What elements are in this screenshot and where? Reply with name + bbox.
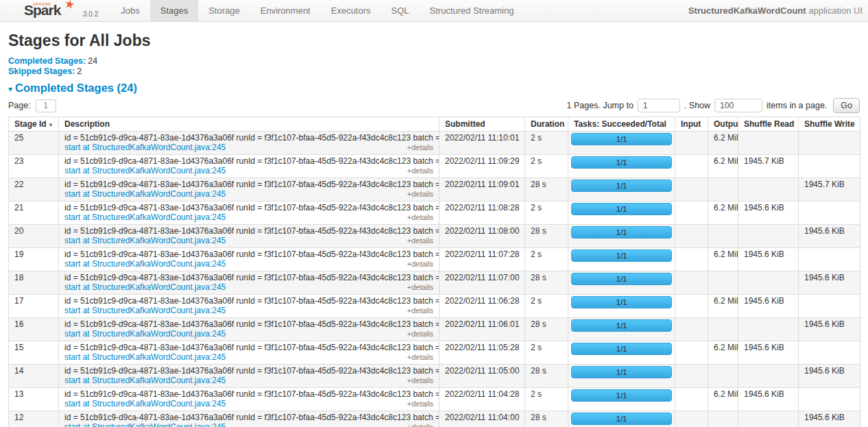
- stage-id-cell: 13: [9, 388, 59, 411]
- stage-detail-link[interactable]: start at StructuredKafkaWordCount.java:2…: [64, 399, 226, 408]
- details-toggle[interactable]: +details: [407, 422, 433, 427]
- completed-stages-link[interactable]: Completed Stages:: [8, 56, 86, 66]
- details-toggle[interactable]: +details: [407, 166, 433, 176]
- tasks-cell: 1/1: [568, 271, 675, 295]
- stage-description: id = 51cb91c9-d9ca-4871-83ae-1d4376a3a06…: [64, 133, 433, 143]
- task-progress-bar: 1/1: [571, 226, 672, 239]
- task-progress-bar: 1/1: [571, 203, 672, 215]
- stage-description: id = 51cb91c9-d9ca-4871-83ae-1d4376a3a06…: [64, 319, 433, 329]
- details-toggle[interactable]: +details: [407, 259, 433, 269]
- table-row: 16id = 51cb91c9-d9ca-4871-83ae-1d4376a3a…: [9, 318, 860, 341]
- completed-stages-section-header[interactable]: ▾Completed Stages (24): [8, 82, 860, 95]
- tasks-cell: 1/1: [568, 178, 675, 202]
- stage-detail-link[interactable]: start at StructuredKafkaWordCount.java:2…: [64, 143, 226, 152]
- description-cell: id = 51cb91c9-d9ca-4871-83ae-1d4376a3a06…: [59, 318, 439, 341]
- output-cell: 6.2 MiB: [708, 341, 738, 365]
- details-toggle[interactable]: +details: [407, 189, 433, 199]
- column-header-shuffle-write[interactable]: Shuffle Write: [799, 117, 860, 132]
- go-button[interactable]: Go: [833, 98, 860, 113]
- details-toggle[interactable]: +details: [407, 236, 433, 246]
- stages-table-body: 25id = 51cb91c9-d9ca-4871-83ae-1d4376a3a…: [9, 132, 860, 427]
- shuffle-write-cell: 1945.7 KiB: [799, 178, 860, 202]
- stage-detail-link[interactable]: start at StructuredKafkaWordCount.java:2…: [64, 376, 226, 385]
- nav-tab-sql[interactable]: SQL: [381, 0, 420, 21]
- column-header-stage-id[interactable]: Stage Id▾: [9, 117, 59, 132]
- nav-tab-stages[interactable]: Stages: [150, 0, 198, 21]
- sort-arrow-icon: ▾: [49, 121, 53, 128]
- details-toggle[interactable]: +details: [407, 399, 433, 409]
- skipped-stages-link[interactable]: Skipped Stages:: [8, 66, 75, 76]
- column-header-shuffle-read[interactable]: Shuffle Read: [738, 117, 799, 132]
- shuffle-write-cell: [799, 155, 860, 178]
- stage-detail-link[interactable]: start at StructuredKafkaWordCount.java:2…: [64, 189, 226, 199]
- tasks-cell: 1/1: [568, 295, 675, 318]
- task-progress-bar: 1/1: [571, 319, 672, 332]
- spark-logo[interactable]: APACHE Spark ★: [24, 0, 73, 21]
- details-toggle[interactable]: +details: [407, 282, 433, 293]
- items-per-page-input[interactable]: [714, 99, 762, 112]
- page-number-input[interactable]: [36, 99, 56, 112]
- stage-detail-link[interactable]: start at StructuredKafkaWordCount.java:2…: [64, 236, 226, 245]
- output-cell: [708, 318, 738, 341]
- table-row: 19id = 51cb91c9-d9ca-4871-83ae-1d4376a3a…: [9, 248, 860, 271]
- nav-tab-storage[interactable]: Storage: [198, 0, 250, 21]
- details-toggle[interactable]: +details: [407, 376, 433, 386]
- stage-detail-link[interactable]: start at StructuredKafkaWordCount.java:2…: [64, 166, 226, 175]
- column-header-input[interactable]: Input: [675, 117, 708, 132]
- stages-summary: Completed Stages:24 Skipped Stages:2: [8, 56, 860, 77]
- nav-tab-environment[interactable]: Environment: [250, 0, 321, 21]
- column-header-duration[interactable]: Duration: [525, 117, 568, 132]
- column-header-tasks-succeeded-total[interactable]: Tasks: Succeeded/Total: [568, 117, 675, 132]
- tasks-cell: 1/1: [568, 388, 675, 411]
- duration-cell: 28 s: [525, 178, 568, 202]
- show-text: . Show: [684, 101, 710, 110]
- duration-cell: 2 s: [525, 295, 568, 318]
- stage-detail-link[interactable]: start at StructuredKafkaWordCount.java:2…: [64, 306, 226, 315]
- duration-cell: 28 s: [525, 225, 568, 248]
- output-cell: 6.2 MiB: [708, 248, 738, 271]
- shuffle-read-cell: 1945.6 KiB: [738, 295, 799, 318]
- nav-tab-structured-streaming[interactable]: Structured Streaming: [420, 0, 525, 21]
- description-cell: id = 51cb91c9-d9ca-4871-83ae-1d4376a3a06…: [59, 155, 439, 178]
- submitted-cell: 2022/02/11 11:09:01: [439, 178, 525, 202]
- stage-detail-link[interactable]: start at StructuredKafkaWordCount.java:2…: [64, 422, 226, 427]
- stage-description: id = 51cb91c9-d9ca-4871-83ae-1d4376a3a06…: [64, 156, 433, 166]
- shuffle-read-cell: [738, 132, 799, 155]
- tasks-cell: 1/1: [568, 411, 675, 427]
- stage-detail-link[interactable]: start at StructuredKafkaWordCount.java:2…: [64, 212, 226, 222]
- table-row: 13id = 51cb91c9-d9ca-4871-83ae-1d4376a3a…: [9, 388, 860, 411]
- completed-stages-summary: Completed Stages:24: [8, 56, 860, 66]
- main-content: Stages for All Jobs Completed Stages:24 …: [0, 32, 868, 427]
- shuffle-write-cell: [799, 132, 860, 155]
- task-progress-bar: 1/1: [571, 389, 672, 402]
- section-heading-text: Completed Stages (24): [15, 82, 137, 94]
- details-toggle[interactable]: +details: [407, 329, 433, 339]
- skipped-stages-summary: Skipped Stages:2: [8, 66, 860, 77]
- column-header-submitted[interactable]: Submitted: [439, 117, 525, 132]
- column-header-label: Shuffle Write: [804, 119, 855, 129]
- stage-detail-link[interactable]: start at StructuredKafkaWordCount.java:2…: [64, 259, 226, 269]
- task-progress-bar: 1/1: [571, 413, 672, 425]
- nav-tab-jobs[interactable]: Jobs: [110, 0, 149, 21]
- jump-to-page-input[interactable]: [638, 99, 680, 112]
- details-toggle[interactable]: +details: [407, 306, 433, 316]
- stage-detail-link[interactable]: start at StructuredKafkaWordCount.java:2…: [64, 329, 226, 339]
- submitted-cell: 2022/02/11 11:08:00: [439, 225, 525, 248]
- column-header-output[interactable]: Output: [708, 117, 738, 132]
- details-toggle[interactable]: +details: [407, 212, 433, 223]
- output-cell: 6.2 MiB: [708, 295, 738, 318]
- shuffle-write-cell: 1945.6 KiB: [799, 225, 860, 248]
- details-toggle[interactable]: +details: [407, 352, 433, 363]
- stage-detail-link[interactable]: start at StructuredKafkaWordCount.java:2…: [64, 352, 226, 362]
- tasks-cell: 1/1: [568, 202, 675, 225]
- submitted-cell: 2022/02/11 11:07:00: [439, 271, 525, 295]
- nav-tab-executors[interactable]: Executors: [321, 0, 381, 21]
- stage-detail-link[interactable]: start at StructuredKafkaWordCount.java:2…: [64, 282, 226, 292]
- task-progress-bar: 1/1: [571, 180, 672, 192]
- stage-id-cell: 14: [9, 365, 59, 388]
- details-toggle[interactable]: +details: [407, 143, 433, 153]
- table-row: 20id = 51cb91c9-d9ca-4871-83ae-1d4376a3a…: [9, 225, 860, 248]
- nav-tabs: JobsStagesStorageEnvironmentExecutorsSQL…: [110, 0, 524, 21]
- tasks-cell: 1/1: [568, 318, 675, 341]
- column-header-description[interactable]: Description: [59, 117, 439, 132]
